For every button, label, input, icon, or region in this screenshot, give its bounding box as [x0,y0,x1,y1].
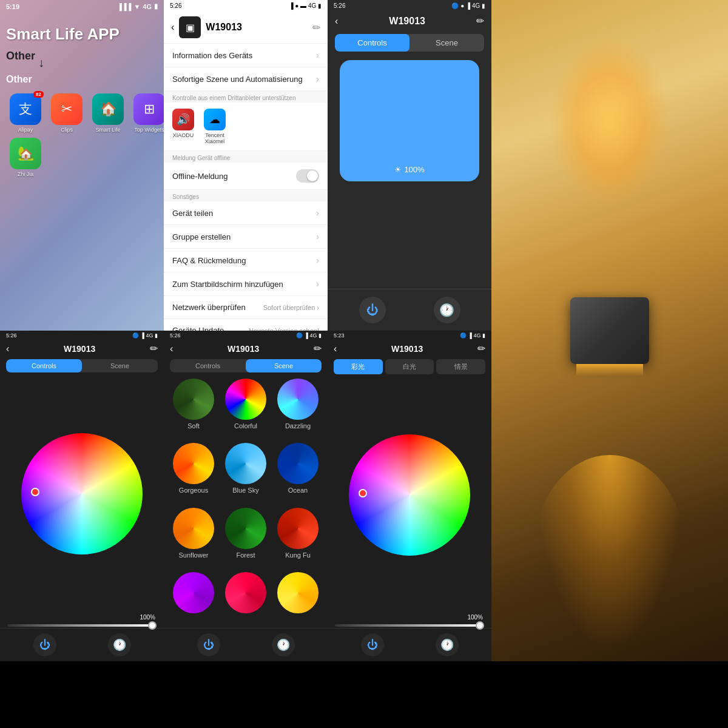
share-row[interactable]: Gerät teilen › [164,201,328,225]
color-wheel-container[interactable] [0,375,164,613]
offline-row[interactable]: Offline-Meldung [164,163,328,190]
scene-row[interactable]: Sofortige Szene und Automatisierung › [164,67,328,91]
app-clips[interactable]: ✂ Clips [49,93,85,133]
ctrl-title: W19013 [389,16,425,27]
cn-tab-color[interactable]: 彩光 [334,359,383,374]
cn-tab-scene[interactable]: 情景 [436,359,485,374]
app-alipay[interactable]: 支 82 Alipay [7,93,44,133]
forest-ball[interactable] [225,508,266,549]
cw-tab-scene[interactable]: Scene [82,359,158,372]
faq-row[interactable]: FAQ & Rückmeldung › [164,249,328,272]
cn-color-wheel-wrapper[interactable] [349,434,470,556]
cn-color-wheel-container[interactable] [328,377,491,613]
scene-timer-btn[interactable]: 🕐 [272,633,295,656]
ctrl-tab-scene[interactable]: Scene [410,34,484,52]
edit-icon[interactable]: ✏ [312,22,320,33]
color-wheel-dot[interactable] [31,488,39,496]
cw-power-btn[interactable]: ⏻ [33,633,56,656]
cn-tab-white[interactable]: 白光 [385,359,434,374]
bluesky-ball[interactable] [225,443,266,484]
app-zhijia[interactable]: 🏡 Zhi Jia [7,138,44,177]
back-icon[interactable]: ‹ [171,22,174,33]
info-row[interactable]: Information des Geräts › [164,44,328,67]
zhijia-icon[interactable]: 🏡 [10,138,41,169]
cn-power-btn[interactable]: ⏻ [361,633,384,656]
slider-thumb[interactable] [148,621,157,630]
scene-dazzling[interactable]: Dazzling [274,379,322,438]
ocean-ball[interactable] [277,443,318,484]
ctrl-tab-controls[interactable]: Controls [335,34,410,52]
slider-track[interactable] [7,624,157,627]
cn-back[interactable]: ‹ [334,343,337,354]
app-topwidgets[interactable]: ⊞ Top Widgets [131,93,164,133]
cn-color-wheel-dot[interactable] [359,489,367,497]
cn-bottom-bar: ⏻ 🕐 [328,628,491,661]
offline-toggle[interactable] [296,169,319,183]
ctrl-back-icon[interactable]: ‹ [335,16,338,27]
color-wheel-wrapper[interactable] [21,433,143,554]
timer-button[interactable]: 🕐 [434,297,460,323]
light-card[interactable]: ☀ 100% [340,60,479,181]
xiaodu-icon[interactable]: 🔊 [172,109,194,130]
offline-section-label: Meldung Gerät offline [164,151,328,163]
cn-brightness-slider[interactable] [335,624,484,627]
cn-slider-track[interactable] [335,624,484,627]
tencent-item[interactable]: ☁ TencentXiaomei [204,109,226,144]
scene-more-red[interactable] [222,572,269,624]
scene-sunflower[interactable]: Sunflower [170,508,217,567]
sunflower-ball[interactable] [173,508,214,549]
cn-slider-thumb[interactable] [476,621,484,630]
scene-ocean[interactable]: Ocean [274,443,322,502]
ctrl-edit-icon[interactable]: ✏ [476,15,484,27]
kungfu-ball[interactable] [277,508,318,549]
dazzling-ball[interactable] [277,379,318,420]
more-red-ball[interactable] [225,572,266,613]
cn-edit[interactable]: ✏ [477,343,485,354]
control-bottom-bar: ⏻ 🕐 [328,289,491,331]
scene-gorgeous[interactable]: Gorgeous [170,443,217,502]
group-row[interactable]: Gruppe erstellen › [164,225,328,249]
scene-colorful[interactable]: Colorful [222,379,269,438]
scene-back[interactable]: ‹ [170,343,173,354]
scene-more-purple[interactable] [170,572,217,624]
colorful-ball[interactable] [225,379,266,420]
update-row[interactable]: Geräte Update Neueste Version schon! [164,319,328,331]
cn-color-wheel[interactable] [349,434,470,556]
cw-bottom-bar: ⏻ 🕐 [0,628,164,661]
power-button[interactable]: ⏻ [359,297,386,323]
cw-tab-controls[interactable]: Controls [6,359,82,372]
control-statusbar: 5:26 🔵 ● ▐ 4G ▮ [328,0,491,12]
scene-tab-controls[interactable]: Controls [170,359,246,372]
more-purple-ball[interactable] [173,572,214,613]
app-title-area: Smart Life APP [0,13,164,47]
cn-timer-btn[interactable]: 🕐 [436,633,459,656]
homescreen-row[interactable]: Zum Startbildschirm hinzufügen › [164,272,328,296]
soft-ball[interactable] [173,379,214,420]
app-grid: 支 82 Alipay ✂ Clips 🏠 Smart Life ⊞ Top W… [0,91,164,180]
scene-tab-scene[interactable]: Scene [246,359,322,372]
app-smartlife[interactable]: 🏠 Smart Life [90,93,126,133]
scene-kungfu[interactable]: Kung Fu [274,508,322,567]
scene-edit[interactable]: ✏ [314,343,322,354]
gorgeous-ball[interactable] [173,443,214,484]
cw-edit[interactable]: ✏ [150,343,158,354]
xiaodu-item[interactable]: 🔊 XIAODU [172,109,194,144]
scene-soft[interactable]: Soft [170,379,217,438]
scene-bluesky[interactable]: Blue Sky [222,443,269,502]
cw-back[interactable]: ‹ [6,343,9,354]
more-yellow-ball[interactable] [277,572,318,613]
network-row[interactable]: Netzwerk überprüfen Sofort überprüfen › [164,296,328,319]
scene-power-btn[interactable]: ⏻ [197,633,220,656]
cw-timer-btn[interactable]: 🕐 [108,633,131,656]
brightness-slider[interactable] [7,624,157,627]
alipay-icon[interactable]: 支 82 [10,93,41,125]
tencent-icon[interactable]: ☁ [204,109,226,130]
topwidgets-icon[interactable]: ⊞ [133,93,164,125]
color-wheel[interactable] [21,433,143,554]
folder-label: Other [0,73,164,91]
scene-more-yellow[interactable] [274,572,322,624]
scene-forest[interactable]: Forest [222,508,269,567]
smartlife-icon[interactable]: 🏠 [92,93,124,125]
clips-icon[interactable]: ✂ [51,93,83,125]
control-top-screen: 5:26 🔵 ● ▐ 4G ▮ ‹ W19013 ✏ Controls Scen… [328,0,491,331]
